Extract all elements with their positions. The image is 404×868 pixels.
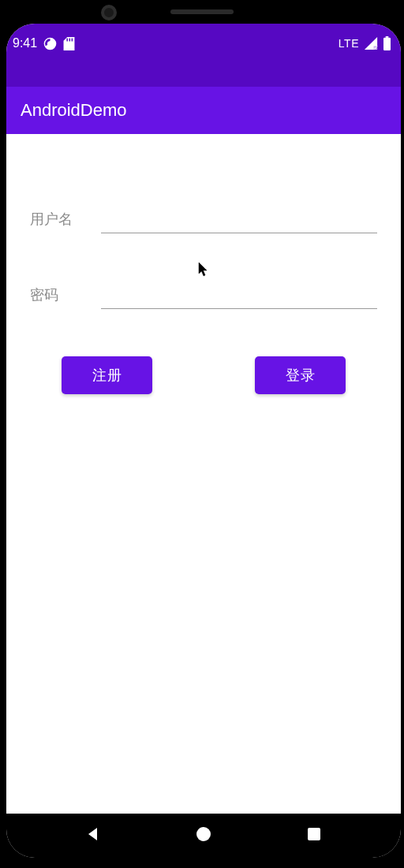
network-type-label: LTE bbox=[339, 37, 359, 50]
nav-home-button[interactable] bbox=[180, 814, 227, 858]
username-label: 用户名 bbox=[30, 210, 101, 233]
battery-icon bbox=[383, 36, 391, 50]
screen: 9:41 LTE x AndroidDemo bbox=[6, 24, 401, 858]
status-gap bbox=[6, 63, 401, 87]
username-row: 用户名 bbox=[30, 205, 377, 233]
device-camera bbox=[101, 5, 117, 20]
status-left: 9:41 bbox=[13, 36, 75, 50]
nav-recent-button[interactable] bbox=[290, 814, 338, 858]
register-button[interactable]: 注册 bbox=[62, 356, 152, 394]
username-input[interactable] bbox=[101, 205, 377, 233]
svg-text:x: x bbox=[374, 46, 376, 50]
svg-rect-2 bbox=[69, 38, 71, 41]
status-bar: 9:41 LTE x bbox=[6, 24, 401, 63]
app-bar: AndroidDemo bbox=[6, 87, 401, 134]
login-form: 用户名 密码 注册 登录 bbox=[30, 205, 377, 394]
svg-rect-3 bbox=[72, 38, 73, 41]
nav-back-button[interactable] bbox=[69, 814, 117, 858]
password-row: 密码 bbox=[30, 281, 377, 309]
navigation-bar bbox=[6, 814, 401, 858]
status-clock: 9:41 bbox=[13, 36, 37, 50]
data-saver-icon bbox=[43, 37, 57, 50]
svg-rect-5 bbox=[386, 36, 389, 38]
svg-rect-6 bbox=[383, 38, 391, 50]
home-circle-icon bbox=[195, 825, 212, 846]
svg-point-7 bbox=[196, 827, 211, 841]
app-title: AndroidDemo bbox=[21, 100, 127, 121]
button-row: 注册 登录 bbox=[30, 356, 377, 394]
svg-rect-8 bbox=[308, 828, 320, 840]
signal-icon: x bbox=[364, 36, 378, 50]
status-right: LTE x bbox=[339, 36, 391, 50]
device-speaker bbox=[170, 9, 234, 14]
svg-rect-1 bbox=[67, 38, 69, 41]
sd-card-icon bbox=[63, 37, 75, 50]
recent-square-icon bbox=[306, 826, 322, 845]
back-triangle-icon bbox=[85, 826, 101, 845]
password-input[interactable] bbox=[101, 281, 377, 309]
password-label: 密码 bbox=[30, 285, 101, 309]
app-content: 用户名 密码 注册 登录 bbox=[6, 134, 401, 814]
login-button[interactable]: 登录 bbox=[255, 356, 346, 394]
device-frame: 9:41 LTE x AndroidDemo bbox=[0, 24, 404, 858]
